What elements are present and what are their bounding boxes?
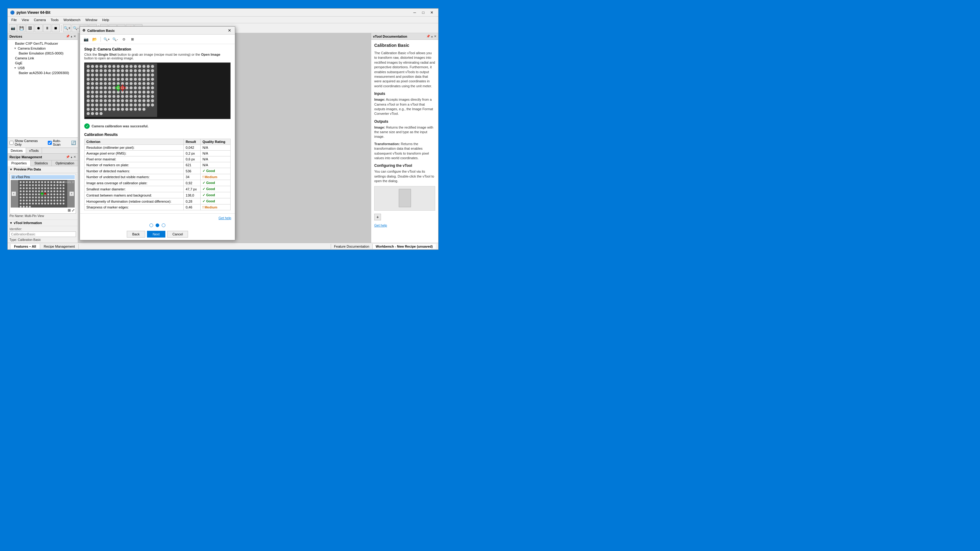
device-usb[interactable]: ▼ USB [8, 65, 78, 70]
menu-workbench[interactable]: Workbench [61, 17, 83, 22]
device-basler-emulation[interactable]: Basler Emulation (0815-0000) [8, 51, 78, 56]
svg-point-164 [95, 73, 98, 76]
svg-point-206 [138, 82, 141, 85]
preview-next-btn[interactable]: › [69, 191, 74, 196]
wizard-dot-2[interactable] [156, 224, 159, 227]
tab-optimization[interactable]: Optimization [52, 160, 78, 166]
svg-point-224 [147, 86, 150, 89]
menu-help[interactable]: Help [100, 17, 112, 22]
device-camera-emulation[interactable]: ▼ Camera Emulation [8, 46, 78, 51]
menu-file[interactable]: File [9, 17, 19, 22]
toolbar-image-btn[interactable]: 🖼 [26, 24, 34, 32]
wizard-dot-3[interactable] [162, 224, 165, 227]
maximize-button[interactable]: □ [419, 10, 427, 16]
preview-image-area: ‹ › Data Errors: 0 [11, 180, 75, 208]
success-text: Camera calibration was successful. [92, 124, 148, 128]
menu-view[interactable]: View [19, 17, 32, 22]
minimize-button[interactable]: ─ [411, 10, 418, 16]
recipe-close-btn[interactable]: ✕ [73, 155, 76, 159]
dialog-zoom-fit-btn[interactable]: ⊙ [120, 36, 127, 43]
toolbar-pause-btn[interactable]: ⏸ [43, 24, 51, 32]
vtool-doc-get-help-link[interactable]: Get help [374, 224, 387, 227]
svg-point-248 [112, 95, 115, 98]
close-button[interactable]: ✕ [428, 10, 436, 16]
toolbar-camera-btn[interactable]: 📷 [9, 24, 17, 32]
preview-fullscreen-btn[interactable]: ⤢ [72, 208, 75, 213]
gige-label: GigE [15, 61, 22, 65]
vtool-doc-close-btn[interactable]: ✕ [434, 35, 436, 38]
auto-scan-checkbox[interactable] [48, 141, 52, 145]
vtool-doc-main-title: Calibration Basic [374, 43, 435, 48]
status-tab-features[interactable]: Features – All [10, 244, 40, 249]
auto-scan-label[interactable]: Auto-Scan [48, 139, 68, 146]
dialog-close-button[interactable]: ✕ [226, 28, 232, 33]
svg-point-300 [130, 108, 133, 111]
recipe-panel-header: Recipe Management 📌 ▴ ✕ [8, 154, 78, 160]
toolbar-save-btn[interactable]: 💾 [18, 24, 25, 32]
tab-properties[interactable]: Properties [8, 160, 30, 166]
toolbar-zoom-out-btn[interactable]: 🔍- [72, 24, 80, 32]
next-button[interactable]: Next [147, 231, 165, 238]
svg-point-6 [35, 181, 37, 183]
svg-point-116 [51, 203, 52, 205]
toolbar-stop-btn[interactable]: ⏹ [52, 24, 60, 32]
auto-scan-refresh-btn[interactable]: 🔄 [71, 140, 76, 145]
vtool-pins-header: ☑ vTool Pins [11, 175, 75, 179]
identifier-input[interactable] [10, 232, 76, 237]
device-basler-aca[interactable]: Basler acA2500-14uc (22009300) [8, 70, 78, 75]
device-camera-link[interactable]: Camera Link [8, 56, 78, 60]
dialog-folder-btn[interactable]: 📂 [91, 36, 98, 43]
ws-tab-workbench[interactable]: Workbench - New Recipe (unsaved) [372, 244, 436, 249]
vtool-doc-config-desc: You can configure the vTool via its sett… [374, 169, 435, 183]
vtool-doc-pin-btn[interactable]: 📌 [426, 35, 430, 38]
menu-tools[interactable]: Tools [48, 17, 61, 22]
show-cameras-label[interactable]: Show Cameras Only [10, 139, 45, 146]
dialog-zoom-out-btn[interactable]: 🔍- [111, 36, 119, 43]
vtool-doc-help-section: Get help [374, 224, 435, 227]
toolbar-sep1 [61, 25, 62, 31]
status-tab-recipe[interactable]: Recipe Management [40, 244, 79, 249]
devices-pin-btn[interactable]: 📌 [66, 35, 70, 38]
preview-expand-arrow[interactable]: ▼ [10, 168, 13, 171]
dialog-get-help-link[interactable]: Get help [218, 216, 231, 220]
tab-statistics[interactable]: Statistics [30, 160, 52, 166]
dialog-camera-btn[interactable]: 📷 [83, 36, 90, 43]
devices-expand-btn[interactable]: ▴ [71, 35, 72, 38]
svg-point-213 [100, 86, 103, 89]
back-button[interactable]: Back [127, 231, 145, 238]
dialog-zoom-actual-btn[interactable]: ⊞ [129, 36, 136, 43]
device-cxp[interactable]: Basler CXP GenTL Producer [8, 41, 78, 46]
device-gige[interactable]: GigE [8, 60, 78, 65]
preview-zoom-btn[interactable]: ⊞ [68, 208, 71, 213]
vtool-doc-expand-btn[interactable]: ▴ [431, 35, 433, 38]
svg-point-215 [108, 86, 111, 89]
ws-tab-feature-doc[interactable]: Feature Documentation [331, 244, 372, 249]
vtool-check-icon: ☑ [12, 175, 15, 179]
wizard-dot-1[interactable] [150, 224, 153, 227]
toolbar-zoom-in-btn[interactable]: 🔍+ [63, 24, 71, 32]
vtool-doc-outputs-image-label: Image: [374, 125, 385, 129]
svg-point-148 [95, 69, 98, 72]
dialog-zoom-in-btn[interactable]: 🔍+ [103, 36, 110, 43]
svg-point-223 [142, 86, 145, 89]
recipe-pin-btn[interactable]: 📌 [66, 155, 70, 159]
devices-close-btn[interactable]: ✕ [73, 35, 76, 38]
vtool-doc-zoom-in-btn[interactable]: + [374, 214, 381, 221]
cancel-button[interactable]: Cancel [167, 231, 188, 238]
tab-vtools[interactable]: vTools [26, 148, 42, 153]
tab-devices[interactable]: Devices [8, 148, 26, 153]
svg-point-158 [138, 69, 141, 72]
toolbar-record-btn[interactable]: ⏺ [35, 24, 43, 32]
recipe-expand-btn[interactable]: ▴ [71, 155, 72, 159]
menu-window[interactable]: Window [83, 17, 100, 22]
svg-point-4 [29, 181, 31, 183]
criterion-cell: Smallest marker diameter: [84, 186, 184, 192]
svg-point-298 [121, 108, 124, 111]
show-cameras-checkbox[interactable] [10, 141, 13, 145]
show-cameras-text: Show Cameras Only [15, 139, 45, 146]
vtool-info-arrow[interactable]: ▼ [10, 221, 13, 225]
svg-point-20 [32, 184, 34, 186]
preview-prev-btn[interactable]: ‹ [11, 191, 16, 196]
menu-camera[interactable]: Camera [31, 17, 48, 22]
svg-point-114 [45, 203, 46, 205]
